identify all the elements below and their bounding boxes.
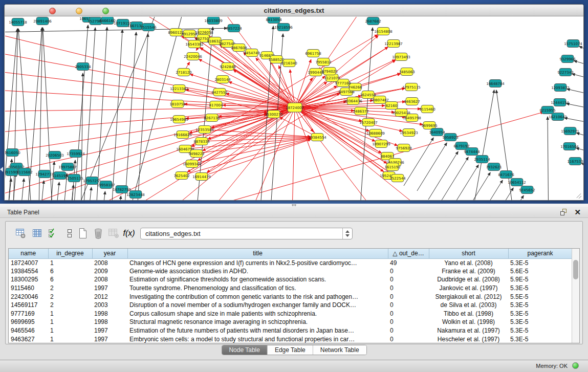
row-height-button[interactable]: [63, 227, 76, 240]
graph-node[interactable]: 9498222: [188, 150, 204, 158]
table-row[interactable]: 1456911722003Disruption of a novel membe…: [9, 301, 572, 310]
graph-node[interactable]: 16154808: [374, 28, 393, 35]
table-source-select[interactable]: citations_edges.txt: [140, 228, 353, 239]
graph-node[interactable]: 12823448: [126, 191, 145, 199]
split-pane-grip[interactable]: [292, 204, 296, 206]
window-resize-grip[interactable]: [576, 192, 582, 199]
graph-node[interactable]: 6466160: [99, 17, 115, 25]
function-builder-button[interactable]: f(x): [122, 227, 136, 240]
graph-node[interactable]: 7955812: [315, 58, 331, 66]
table-row[interactable]: 977716911998Corpus callosum shape and si…: [9, 310, 572, 318]
graph-node[interactable]: 1640954: [429, 128, 445, 136]
graph-node[interactable]: 7515546: [140, 24, 157, 31]
graph-node[interactable]: 16648784: [486, 80, 505, 87]
graph-node[interactable]: 2718120: [176, 69, 191, 76]
table-row[interactable]: 911546021997Tourette syndrome. Phenomeno…: [9, 284, 572, 293]
graph-node[interactable]: 12213383: [170, 85, 188, 93]
delete-column-button[interactable]: [92, 227, 105, 240]
graph-node[interactable]: 9242848: [220, 63, 235, 71]
graph-node[interactable]: 15751074: [564, 40, 582, 48]
graph-node[interactable]: 8427552: [211, 89, 227, 96]
new-column-button[interactable]: [76, 227, 90, 240]
graph-node[interactable]: 19166825: [173, 131, 192, 139]
graph-node[interactable]: 2867608: [231, 44, 247, 52]
graph-node[interactable]: 15692971: [561, 127, 579, 135]
graph-node[interactable]: 8813054: [266, 17, 282, 24]
graph-node[interactable]: 9756928: [396, 144, 411, 152]
graph-node[interactable]: 5958923: [442, 134, 458, 141]
graph-node[interactable]: 9463627: [404, 98, 420, 105]
graph-node[interactable]: 8878334: [193, 138, 210, 145]
graph-node[interactable]: 19384554: [308, 134, 326, 141]
select-columns-button[interactable]: [47, 227, 60, 240]
network-canvas-container[interactable]: 1872400789601238912954182260589827508165…: [5, 17, 584, 201]
graph-node[interactable]: 2616050: [5, 149, 20, 157]
table-row[interactable]: 1938455462009Genome-wide association stu…: [9, 267, 572, 276]
graph-node[interactable]: 6794023: [321, 68, 337, 75]
graph-node[interactable]: 7932621: [486, 163, 502, 171]
column-header[interactable]: in_degree: [48, 249, 92, 258]
table-row[interactable]: 1830029562008Estimation of significance …: [9, 275, 572, 284]
table-row[interactable]: 2242004622012Investigating the contribut…: [9, 292, 572, 301]
graph-node[interactable]: 8471676: [498, 171, 514, 179]
graph-node[interactable]: 6961758: [305, 50, 321, 57]
table-row[interactable]: 1872400712008Changes of HCN gene express…: [9, 258, 572, 267]
table-row[interactable]: 969969511998Structural magnetic resonanc…: [9, 318, 572, 326]
graph-node[interactable]: 7485063: [399, 68, 415, 76]
graph-node[interactable]: 12444154: [551, 99, 569, 106]
graph-node[interactable]: 14055718: [9, 18, 27, 26]
float-panel-icon[interactable]: [560, 209, 568, 216]
tab-edge-table[interactable]: Edge Table: [268, 345, 313, 355]
graph-node[interactable]: 8454749: [244, 49, 259, 57]
graph-node[interactable]: 10973493: [392, 53, 410, 61]
graph-node[interactable]: 17016504: [560, 143, 579, 150]
graph-node[interactable]: 9115460: [419, 105, 435, 113]
memory-status-indicator[interactable]: [572, 362, 579, 369]
graph-node[interactable]: 19534923: [400, 129, 418, 137]
graph-node[interactable]: 12093872: [551, 84, 570, 92]
graph-node[interactable]: 9245652: [519, 186, 535, 194]
graph-node[interactable]: 16033809: [204, 17, 223, 25]
graph-node[interactable]: 16782759: [113, 186, 131, 193]
graph-node[interactable]: 20206503: [46, 151, 64, 159]
graph-node[interactable]: 9474444: [464, 148, 480, 156]
graph-node[interactable]: 2522544: [389, 174, 406, 182]
graph-node[interactable]: 1624554: [360, 91, 376, 99]
column-header[interactable]: short: [429, 249, 508, 258]
graph-node[interactable]: 16099345: [183, 160, 201, 168]
table-row[interactable]: 946362711997Embryonic stem cells: a mode…: [9, 335, 572, 343]
graph-node[interactable]: 1990448: [308, 69, 323, 76]
table-scrollbar-track[interactable]: [572, 249, 579, 343]
column-header[interactable]: year: [92, 249, 127, 258]
graph-hub-node[interactable]: 18724007: [286, 103, 304, 112]
graph-node[interactable]: 12213987: [384, 40, 403, 48]
graph-node[interactable]: 1115682: [16, 168, 32, 176]
graph-node[interactable]: 12942737: [35, 170, 54, 178]
tab-node-table[interactable]: Node Table: [222, 345, 268, 355]
panel-collapse-arrow-icon[interactable]: [0, 167, 3, 172]
column-header[interactable]: pagerank: [508, 249, 572, 258]
graph-node[interactable]: 17975115: [402, 83, 421, 91]
graph-node[interactable]: 2803144: [214, 76, 231, 83]
window-titlebar[interactable]: citations_edges.txt: [5, 5, 583, 16]
column-header[interactable]: name: [9, 249, 48, 258]
graph-node[interactable]: 20891406: [33, 17, 52, 25]
graph-node[interactable]: 7625402: [173, 172, 189, 180]
graph-node[interactable]: 19975887: [58, 163, 77, 171]
tab-network-table[interactable]: Network Table: [313, 345, 366, 355]
table-scrollbar-thumb[interactable]: [573, 260, 578, 279]
graph-node[interactable]: 10688609: [366, 129, 385, 137]
graph-node[interactable]: 1810755: [169, 100, 185, 108]
graph-node[interactable]: 8267130: [204, 114, 220, 122]
graph-node[interactable]: 2905334: [75, 63, 91, 71]
graph-node[interactable]: 22420046: [184, 53, 202, 60]
graph-node[interactable]: 1167533: [567, 158, 583, 165]
graph-node[interactable]: 7486372: [353, 107, 368, 115]
graph-node[interactable]: 2687682: [365, 17, 381, 25]
graph-node[interactable]: 8216340: [281, 59, 297, 67]
graph-node[interactable]: 1615192: [384, 163, 400, 171]
column-header[interactable]: title: [127, 249, 388, 258]
graph-node[interactable]: 17359924: [67, 150, 85, 158]
graph-node[interactable]: 9329966: [559, 55, 576, 63]
graph-node[interactable]: 19218596: [274, 24, 293, 31]
